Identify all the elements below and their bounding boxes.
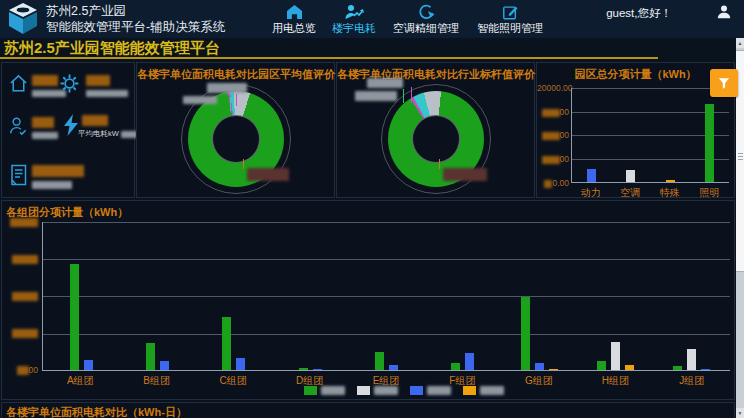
bar-B组团-green <box>146 343 155 370</box>
scroll-up-button[interactable]: ▲ <box>736 38 744 48</box>
leader-line <box>439 159 440 169</box>
donut-label-redacted <box>443 168 487 181</box>
category-label: 动力 <box>571 186 611 200</box>
summary-bars <box>572 88 729 182</box>
nav-item-lighting-management[interactable]: 智能照明管理 <box>468 2 552 36</box>
bar-G组团-blue <box>535 363 544 370</box>
person-check-icon <box>8 115 29 137</box>
app-title: 苏州2.5产业园 智能能效管理平台-辅助决策系统 <box>46 3 225 35</box>
scrollbar-grip <box>738 153 743 161</box>
scroll-down-button[interactable]: ▼ <box>736 408 744 418</box>
bar-group-slot <box>425 222 501 370</box>
category-label: A组团 <box>42 374 118 388</box>
category-label: 特殊 <box>650 186 690 200</box>
stat-label-avg-power: 平均电耗kW <box>78 129 137 139</box>
bar-group-slot <box>348 222 424 370</box>
chart-title: 各楼宇单位面积电耗对比（kWh-日） <box>6 405 734 418</box>
app-title-line1: 苏州2.5产业园 <box>46 3 225 19</box>
redacted-digits <box>10 218 38 227</box>
nav-label: 楼宇电耗 <box>328 21 380 36</box>
legend-label-redacted <box>427 386 451 395</box>
bar-D组团-blue <box>313 369 322 370</box>
bar-group-slot <box>501 222 577 370</box>
nav-item-building-power[interactable]: 楼宇电耗 <box>324 2 384 36</box>
nav-item-power-overview[interactable]: 用电总览 <box>264 2 324 36</box>
nav-item-aircon-management[interactable]: 空调精细管理 <box>384 2 468 36</box>
chart-legend <box>304 386 504 395</box>
category-label: B组团 <box>118 374 194 388</box>
bar-group-slot <box>654 222 730 370</box>
filter-funnel-button[interactable] <box>710 69 738 97</box>
redacted-digits <box>12 292 38 301</box>
stat-value-redacted <box>82 115 108 126</box>
donut-label-redacted <box>355 91 397 101</box>
legend-swatch <box>463 386 476 395</box>
legend-label-redacted <box>480 386 504 395</box>
bar-特殊 <box>666 180 675 182</box>
y-tick-label-redacted: 00 <box>537 107 569 117</box>
home-icon <box>268 2 320 21</box>
bar-slot <box>651 88 690 182</box>
category-label: 照明 <box>690 186 730 200</box>
category-label: H组团 <box>577 374 653 388</box>
donut-label-redacted <box>183 96 217 104</box>
legend-item-blue[interactable] <box>410 386 451 395</box>
legend-label-redacted <box>374 386 398 395</box>
group-subitem-panel: 各组团分项计量（kWh） 00 A组团B组团C组团D组团E组团F组团G组团H组团… <box>1 200 735 400</box>
redacted-digits <box>12 255 38 264</box>
bar-动力 <box>587 169 596 182</box>
bar-slot <box>611 88 650 182</box>
stat-value-redacted <box>32 165 84 177</box>
user-icon[interactable] <box>716 4 732 20</box>
legend-item-white[interactable] <box>357 386 398 395</box>
stat-label-redacted <box>32 132 58 139</box>
aircon-loop-icon <box>388 2 464 21</box>
bar-D组团-green <box>299 368 308 370</box>
stat-label-redacted <box>32 181 72 189</box>
category-label: G组团 <box>501 374 577 388</box>
summary-categories: 动力空调特殊照明 <box>571 186 729 200</box>
bar-A组团-blue <box>84 360 93 370</box>
nav-label: 智能照明管理 <box>472 21 548 36</box>
bar-group-slot <box>119 222 195 370</box>
legend-item-green[interactable] <box>304 386 345 395</box>
edit-square-icon <box>472 2 548 21</box>
bar-group-slot <box>43 222 119 370</box>
stat-value-redacted <box>86 75 110 86</box>
bar-B组团-blue <box>160 361 169 370</box>
donut-hole <box>212 115 260 163</box>
bar-C组团-blue <box>236 358 245 370</box>
y-tick-label-redacted <box>4 328 38 338</box>
app-header: 苏州2.5产业园 智能能效管理平台-辅助决策系统 用电总览 楼宇电耗 <box>0 0 744 38</box>
leader-line <box>236 94 237 106</box>
y-tick-label-redacted <box>4 291 38 301</box>
leader-line <box>230 97 231 111</box>
summary-plot-area <box>571 88 729 183</box>
chart-title: 各组团分项计量（kWh） <box>6 205 734 220</box>
bar-group-slot <box>196 222 272 370</box>
bar-H组团-green <box>597 361 606 370</box>
bar-H组团-white <box>611 342 620 370</box>
bar-E组团-green <box>375 352 384 370</box>
main-nav: 用电总览 楼宇电耗 空调精细管理 <box>264 2 552 36</box>
app-title-line2: 智能能效管理平台-辅助决策系统 <box>46 19 225 35</box>
y-tick-label: 00 <box>4 365 38 375</box>
donut-industry-benchmark-panel: 各楼宇单位面积电耗对比行业标杆值评价 <box>336 62 535 198</box>
redacted-digits <box>542 109 560 117</box>
y-tick-label: 0.00 <box>537 178 569 188</box>
nav-label: 空调精细管理 <box>388 21 464 36</box>
redacted-digits <box>542 132 560 140</box>
legend-item-orange[interactable] <box>463 386 504 395</box>
page-title: 苏州2.5产业园智能能效管理平台 <box>4 39 220 58</box>
user-greeting: guest,您好！ <box>606 6 672 21</box>
app-logo-icon <box>6 2 40 36</box>
bar-group-slot <box>577 222 653 370</box>
document-icon <box>8 163 29 187</box>
category-label: C组团 <box>195 374 271 388</box>
bar-F组团-green <box>451 363 460 370</box>
y-tick-label: 20000.00 <box>537 83 569 93</box>
y-tick-label-redacted <box>4 217 38 227</box>
chart-title: 园区总分项计量（kWh） <box>537 67 734 82</box>
redacted-digits <box>17 366 29 375</box>
donut-label-redacted <box>207 83 247 93</box>
